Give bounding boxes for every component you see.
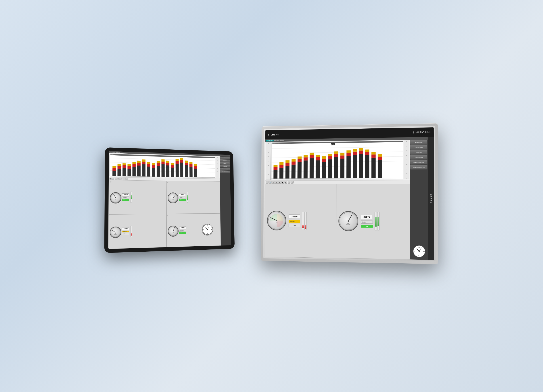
monitor-btn-user-management[interactable]: User management bbox=[410, 165, 427, 169]
monitor-slider-2a[interactable] bbox=[374, 212, 377, 230]
svg-rect-124 bbox=[353, 155, 357, 178]
monitor-btn-diagnostics[interactable]: Diagnostics bbox=[410, 155, 427, 159]
monitor-toolbar-btn-4[interactable]: ⊞ bbox=[275, 181, 278, 184]
svg-rect-101 bbox=[304, 157, 307, 160]
svg-rect-121 bbox=[346, 156, 351, 178]
gauge-panel-clock: 12 3 6 9 bbox=[194, 213, 221, 246]
svg-text:18:00: 18:00 bbox=[358, 179, 362, 180]
svg-rect-100 bbox=[304, 160, 308, 179]
svg-rect-41 bbox=[171, 165, 174, 168]
svg-rect-16 bbox=[132, 167, 136, 176]
monitor-sidebar: Production Preferences Settings Diagnost… bbox=[410, 140, 428, 260]
monitor-toolbar-btn-6[interactable]: ⏹ bbox=[281, 181, 284, 184]
gauge-panel-1: ① KMJSIEMENS bbox=[108, 180, 166, 214]
toolbar-btn-2[interactable]: 🔍 bbox=[112, 178, 114, 179]
monitor-chart-toolbar: ? 🔍 + ⊞ ⏸ ⏹ ▶ ↺ ⋯ bbox=[265, 180, 410, 184]
monitor-main-screen: SIEMENS Multi Station / All stations 807… bbox=[265, 137, 428, 260]
monitor-toolbar-btn-7[interactable]: ▶ bbox=[284, 181, 287, 184]
svg-rect-11 bbox=[123, 165, 126, 168]
monitor-toolbar-btn-9[interactable]: ⋯ bbox=[291, 181, 294, 184]
panel-3-num: ③ bbox=[109, 215, 110, 216]
svg-rect-136 bbox=[378, 160, 382, 178]
svg-rect-33 bbox=[157, 161, 160, 163]
toolbar-btn-1[interactable]: ? bbox=[109, 178, 112, 179]
svg-rect-28 bbox=[152, 168, 155, 177]
monitor-chart-svg: 13:00 14:00 15:00 16:00 16:30 17:00 17:3… bbox=[272, 142, 403, 180]
svg-rect-102 bbox=[304, 155, 307, 157]
tablet-btn-diagnostics[interactable]: Diagnostics bbox=[220, 165, 230, 168]
monitor-btn-preferences[interactable]: Preferences bbox=[410, 145, 427, 150]
monitor-slider-1a[interactable] bbox=[302, 212, 304, 230]
monitor-gauge-2-sliders bbox=[374, 212, 379, 230]
svg-text:6: 6 bbox=[207, 233, 208, 234]
gauge-3-sliders bbox=[130, 225, 132, 237]
slider-3a[interactable] bbox=[130, 225, 132, 237]
tablet-btn-settings[interactable]: Settings bbox=[220, 162, 230, 165]
toolbar-btn-5[interactable]: ⏸ bbox=[120, 178, 123, 180]
monitor-toolbar-btn-1[interactable]: ? bbox=[266, 181, 268, 184]
svg-rect-104 bbox=[310, 155, 314, 158]
tablet-btn-user-management[interactable]: User management bbox=[220, 170, 230, 173]
gauge-1-number: 80075 bbox=[122, 193, 130, 196]
gauge-4-number: 70899 bbox=[179, 226, 186, 229]
svg-text:17:30: 17:30 bbox=[345, 179, 350, 180]
monitor-toolbar-btn-2[interactable]: 🔍 bbox=[269, 181, 272, 184]
gauge-1-circle: KMJSIEMENS bbox=[110, 192, 121, 203]
monitor-toolbar-btn-3[interactable]: + bbox=[272, 181, 275, 184]
monitor-toolbar-btn-8[interactable]: ↺ bbox=[288, 181, 290, 184]
monitor-btn-settings[interactable]: Settings bbox=[410, 150, 427, 155]
slider-2a[interactable] bbox=[187, 192, 188, 202]
monitor-toolbar-btn-5[interactable]: ⏸ bbox=[278, 181, 281, 184]
slider-1a[interactable] bbox=[130, 191, 132, 203]
monitor-btn-production[interactable]: Production bbox=[410, 140, 427, 145]
monitor-meter-left: 80706050403020100 bbox=[266, 142, 271, 180]
svg-rect-34 bbox=[161, 164, 165, 177]
svg-rect-130 bbox=[365, 155, 369, 178]
svg-rect-126 bbox=[353, 149, 357, 151]
gauge-3-brand: KMJSIEMENS bbox=[114, 233, 117, 235]
svg-rect-105 bbox=[310, 152, 314, 155]
svg-rect-12 bbox=[123, 163, 126, 165]
clock: 12 3 6 9 bbox=[202, 224, 213, 235]
svg-rect-25 bbox=[147, 166, 150, 177]
tablet-screen: Multi Station / All stations Multi Stati… bbox=[108, 151, 231, 249]
tablet-btn-production[interactable]: Production bbox=[220, 157, 230, 159]
monitor-gauge-2-hub bbox=[348, 220, 349, 222]
toolbar-btn-3[interactable]: + bbox=[115, 178, 117, 180]
svg-rect-50 bbox=[185, 162, 188, 165]
gauge-2-circle: KMJSIEMENS bbox=[168, 192, 178, 203]
svg-rect-89 bbox=[279, 165, 283, 168]
tablet-gauge-panels: ① KMJSIEMENS bbox=[108, 180, 221, 249]
monitor-gauge-1-btn[interactable]: OFF bbox=[289, 224, 300, 227]
monitor-gauge-2-btn[interactable]: ON bbox=[361, 225, 373, 228]
slider-1a-fill bbox=[131, 195, 132, 199]
svg-rect-27 bbox=[147, 162, 150, 164]
gauge-2-sliders bbox=[187, 192, 188, 202]
svg-rect-29 bbox=[152, 165, 155, 168]
monitor-slider-2b[interactable] bbox=[377, 212, 379, 230]
tablet-body: Multi Station bbox=[108, 153, 231, 249]
svg-rect-31 bbox=[157, 166, 160, 177]
svg-rect-7 bbox=[118, 169, 121, 176]
clock-svg: 12 3 6 9 bbox=[202, 224, 213, 235]
svg-rect-111 bbox=[322, 156, 326, 159]
gauge-4-brand: KMJSIEMENS bbox=[172, 232, 174, 233]
svg-rect-53 bbox=[189, 164, 192, 167]
touch-label: TOUCH bbox=[430, 193, 432, 203]
gauge-1-btn[interactable]: ON bbox=[122, 199, 130, 201]
gauge-3-btn[interactable]: OFF bbox=[122, 233, 129, 235]
gauge-4-btn[interactable]: ON bbox=[179, 232, 186, 234]
tablet-chart: Multi Station bbox=[109, 154, 215, 178]
tablet-chart-svg: 12:00 14:00 16:00 17:30 19:00 20:00 bbox=[109, 155, 215, 178]
gauge-2-btn[interactable]: ON bbox=[179, 199, 186, 201]
monitor-btn-station-overview[interactable]: Station overview bbox=[410, 160, 427, 164]
monitor-siemens-logo: SIEMENS bbox=[268, 134, 279, 136]
gauge-3-circle: KMJSIEMENS bbox=[110, 226, 121, 238]
tablet-btn-preferences[interactable]: Preferences bbox=[220, 159, 230, 162]
toolbar-btn-7[interactable]: ▶ bbox=[125, 178, 128, 180]
toolbar-btn-4[interactable]: ⊞ bbox=[118, 178, 120, 180]
toolbar-btn-6[interactable]: ⏹ bbox=[123, 178, 125, 180]
monitor-slider-1b[interactable] bbox=[305, 212, 307, 230]
tablet-btn-station-overview[interactable]: Station overview bbox=[220, 168, 230, 170]
monitor-slider-1a-fill bbox=[302, 225, 304, 228]
